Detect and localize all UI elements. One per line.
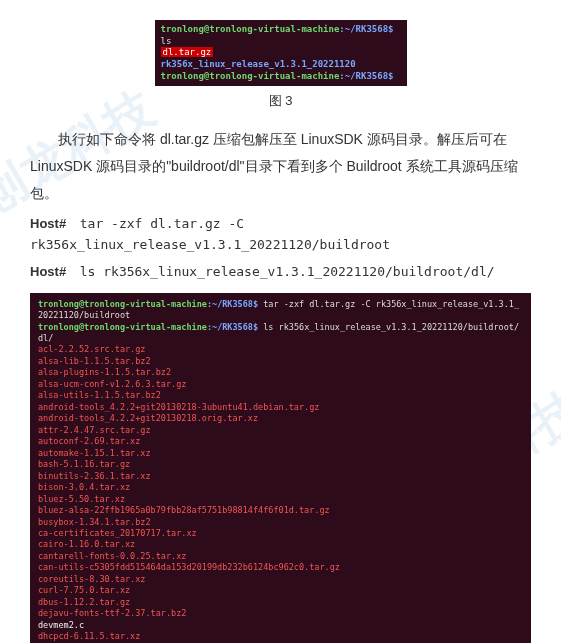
figure-3-caption: 图 3 — [30, 92, 531, 110]
host-label: Host# — [30, 216, 66, 231]
command-line-1: Host# tar -zxf dl.tar.gz -C rk356x_linux… — [30, 214, 531, 256]
terminal-figure-4: tronlong@tronlong-virtual-machine:~/RK35… — [30, 293, 531, 643]
paragraph-1: 执行如下命令将 dl.tar.gz 压缩包解压至 LinuxSDK 源码目录。解… — [30, 126, 531, 206]
host-label: Host# — [30, 264, 66, 279]
command-text: ls rk356x_linux_release_v1.3.1_20221120/… — [80, 264, 495, 279]
terminal-figure-3: tronlong@tronlong-virtual-machine:~/RK35… — [155, 20, 407, 86]
command-line-2: Host# ls rk356x_linux_release_v1.3.1_202… — [30, 262, 531, 283]
command-text: tar -zxf dl.tar.gz -C rk356x_linux_relea… — [30, 216, 390, 252]
